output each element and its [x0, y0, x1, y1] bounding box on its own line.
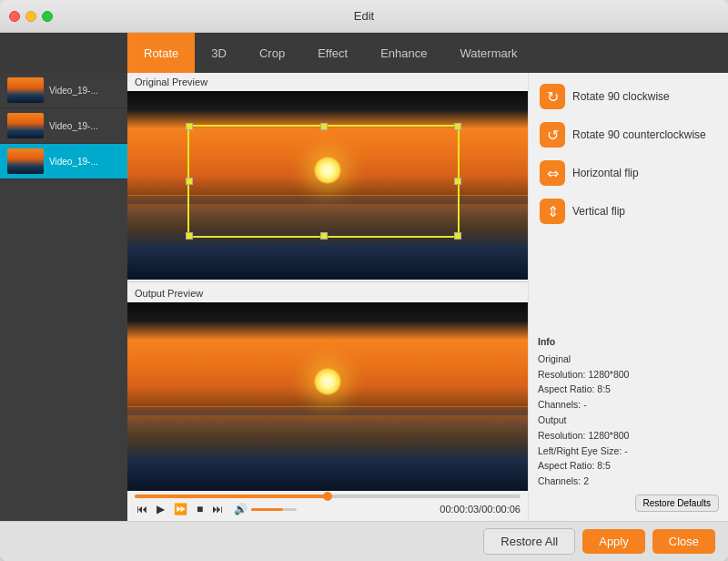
tab-enhance[interactable]: Enhance — [364, 33, 443, 73]
title-bar: Edit — [0, 0, 728, 33]
output-preview-section: Output Preview — [127, 284, 528, 491]
info-output-label: Output — [538, 413, 719, 428]
volume-icon: 🔊 — [234, 503, 248, 515]
info-output-eye-size: Left/Right Eye Size: - — [538, 444, 719, 459]
skip-to-end-button[interactable]: ⏭ — [210, 501, 225, 517]
traffic-lights — [9, 11, 53, 22]
rotate-ccw-label: Rotate 90 counterclockwise — [572, 128, 706, 141]
info-output-aspect: Aspect Ratio: 8:5 — [538, 458, 719, 474]
sidebar-item-0[interactable]: Video_19-... — [0, 73, 127, 108]
main-window: Edit Rotate 3D Crop Effect Enhance Water… — [0, 0, 728, 561]
sidebar-label-1: Video_19-... — [49, 121, 98, 131]
playback-controls: ⏮ ▶ ⏩ ■ ⏭ 🔊 00:00:03/00:00:06 — [135, 501, 521, 517]
info-original-aspect: Aspect Ratio: 8:5 — [538, 382, 719, 397]
info-original-resolution: Resolution: 1280*800 — [538, 367, 719, 382]
play-button[interactable]: ▶ — [155, 501, 167, 517]
crop-handle-br[interactable] — [454, 232, 461, 240]
tab-crop[interactable]: Crop — [243, 33, 301, 73]
minimize-traffic-light[interactable] — [25, 11, 36, 22]
restore-defaults-area: Restore Defaults — [538, 495, 719, 512]
progress-thumb[interactable] — [323, 492, 332, 501]
crop-handle-tm[interactable] — [320, 123, 328, 130]
content-area: Original Preview — [127, 73, 528, 521]
output-video-preview — [127, 302, 528, 491]
restore-defaults-button[interactable]: Restore Defaults — [635, 495, 719, 512]
crop-handle-bl[interactable] — [186, 232, 193, 240]
output-horizon-line — [127, 406, 528, 407]
sidebar-thumb-1 — [7, 113, 44, 138]
tabs-row: Rotate 3D Crop Effect Enhance Watermark — [0, 33, 728, 73]
flip-h-button[interactable]: ⇔ Horizontal flip — [538, 158, 719, 188]
info-title: Info — [538, 334, 719, 350]
stop-button[interactable]: ■ — [195, 501, 205, 517]
flip-v-icon: ⇕ — [540, 199, 565, 224]
crop-overlay[interactable] — [187, 125, 460, 238]
sidebar-thumb-2 — [7, 148, 44, 174]
progress-fill — [135, 495, 328, 498]
flip-h-label: Horizontal flip — [572, 167, 639, 179]
info-output-resolution: Resolution: 1280*800 — [538, 428, 719, 444]
restore-all-button[interactable]: Restore All — [483, 528, 575, 555]
maximize-traffic-light[interactable] — [42, 11, 53, 22]
sidebar-label-2: Video_19-... — [49, 157, 98, 167]
sidebar-item-1[interactable]: Video_19-... — [0, 108, 127, 144]
rotate-ccw-icon: ↺ — [540, 122, 565, 148]
skip-to-start-button[interactable]: ⏮ — [135, 501, 149, 517]
time-display: 00:00:03/00:00:06 — [440, 504, 521, 515]
original-preview-label: Original Preview — [127, 73, 528, 91]
rotate-ccw-button[interactable]: ↺ Rotate 90 counterclockwise — [538, 120, 719, 149]
crop-handle-mr[interactable] — [454, 178, 461, 185]
sidebar-thumb-0 — [7, 77, 44, 103]
tab-rotate[interactable]: Rotate — [127, 33, 195, 73]
window-title: Edit — [354, 9, 374, 23]
crop-handle-bm[interactable] — [320, 232, 328, 240]
original-preview-section: Original Preview — [127, 73, 528, 280]
tab-watermark[interactable]: Watermark — [443, 33, 533, 73]
sidebar: Video_19-... Video_19-... Video_19-... — [0, 73, 127, 521]
close-traffic-light[interactable] — [9, 11, 20, 22]
crop-handle-tr[interactable] — [454, 123, 461, 130]
apply-button[interactable]: Apply — [582, 529, 645, 554]
volume-control: 🔊 — [234, 503, 297, 515]
flip-h-icon: ⇔ — [540, 160, 565, 186]
tab-effect[interactable]: Effect — [301, 33, 364, 73]
output-water-reflection — [127, 415, 528, 491]
volume-bar[interactable] — [251, 508, 297, 511]
info-output-channels: Channels: 2 — [538, 474, 719, 489]
sidebar-item-2[interactable]: Video_19-... — [0, 144, 127, 179]
volume-fill — [251, 508, 283, 511]
sidebar-label-0: Video_19-... — [49, 86, 98, 96]
fast-forward-button[interactable]: ⏩ — [172, 501, 189, 517]
flip-v-label: Vertical flip — [572, 205, 625, 218]
bottom-bar: Restore All Apply Close — [0, 521, 728, 561]
info-original-channels: Channels: - — [538, 397, 719, 413]
info-section: Info Original Resolution: 1280*800 Aspec… — [538, 334, 719, 489]
action-buttons: ↻ Rotate 90 clockwise ↺ Rotate 90 counte… — [538, 82, 719, 226]
preview-divider — [127, 281, 528, 282]
crop-handle-ml[interactable] — [186, 178, 193, 185]
main-area: Video_19-... Video_19-... Video_19-... O… — [0, 73, 728, 521]
sidebar-header — [0, 33, 127, 73]
rotate-cw-icon: ↻ — [540, 84, 565, 109]
crop-handle-tl[interactable] — [186, 123, 193, 130]
rotate-cw-label: Rotate 90 clockwise — [572, 90, 670, 103]
rotate-cw-button[interactable]: ↻ Rotate 90 clockwise — [538, 82, 719, 111]
flip-v-button[interactable]: ⇕ Vertical flip — [538, 197, 719, 226]
close-button[interactable]: Close — [652, 529, 715, 554]
tab-3d[interactable]: 3D — [195, 33, 243, 73]
right-panel: ↻ Rotate 90 clockwise ↺ Rotate 90 counte… — [528, 73, 728, 521]
playback-bar: ⏮ ▶ ⏩ ■ ⏭ 🔊 00:00:03/00:00:06 — [127, 491, 528, 521]
tab-buttons: Rotate 3D Crop Effect Enhance Watermark — [127, 33, 728, 73]
output-sun-element — [314, 368, 341, 395]
info-original-label: Original — [538, 352, 719, 367]
original-video-preview — [127, 91, 528, 280]
output-preview-label: Output Preview — [127, 284, 528, 302]
progress-bar[interactable] — [135, 495, 521, 498]
